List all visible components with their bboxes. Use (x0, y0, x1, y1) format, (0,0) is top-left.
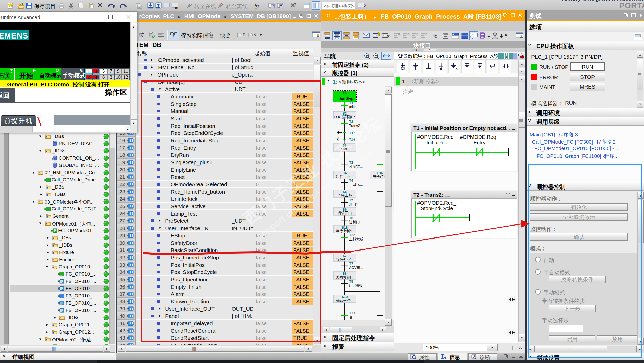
svg-text:#OPMODE.Req_: #OPMODE.Req_ (417, 200, 456, 206)
svg-text:关闭卷帘门: 关闭卷帘门 (336, 275, 354, 279)
svg-text:T8: T8 (349, 279, 353, 283)
svg-text:阻挡、止...: 阻挡、止... (336, 174, 353, 179)
svg-text:开门1: 开门1 (349, 202, 358, 206)
svg-text:Start: Start (341, 147, 349, 151)
svg-text:#OPMODE.Req_: #OPMODE.Req_ (460, 134, 499, 140)
svg-text:T1: T1 (349, 101, 353, 105)
svg-text:#OPMODE.Req_: #OPMODE.Req_ (417, 134, 456, 140)
svg-text:等待AGV...: 等待AGV... (336, 257, 353, 261)
svg-text:上料完成: 上料完成 (349, 237, 363, 241)
svg-text:门已关闭: 门已关闭 (349, 283, 363, 287)
svg-text:InitialPos: InitialPos (426, 140, 447, 145)
svg-text:S1: S1 (343, 91, 347, 94)
svg-text:01: 01 (138, 6, 141, 8)
svg-text:确认是否...: 确认是否... (336, 298, 353, 302)
svg-text:Initial ...: Initial ... (349, 105, 361, 109)
svg-text:M: M (80, 68, 82, 71)
svg-text:EOC循环停止: EOC循环停止 (334, 115, 356, 119)
svg-text:等待上料: 等待上料 (338, 193, 352, 197)
svg-text:?: ? (257, 5, 260, 9)
svg-text:01: 01 (481, 36, 484, 38)
svg-text:AGV离...: AGV离... (349, 266, 363, 270)
svg-text:进料门...: 进料门... (349, 220, 363, 224)
svg-text:T6: T6 (349, 216, 353, 220)
svg-text:否: 否 (349, 315, 353, 319)
svg-text:Entry: Entry (474, 140, 486, 145)
svg-text:RT: RT (175, 6, 178, 9)
svg-text:T2: T2 (349, 120, 353, 124)
svg-text:T22: T22 (349, 233, 355, 237)
svg-text:s: s (456, 67, 458, 71)
svg-text:T4: T4 (349, 178, 353, 182)
svg-text:等待上料中: 等待上料中 (336, 229, 354, 233)
svg-text:Initial Step: Initial Step (336, 96, 353, 101)
svg-text:Trans2: Trans2 (349, 124, 360, 128)
svg-text:StopEndCycle: StopEndCycle (421, 206, 453, 211)
svg-text:T5: T5 (349, 198, 353, 202)
svg-text:请求开门: 请求开门 (338, 211, 352, 215)
svg-text:T23: T23 (349, 311, 355, 315)
svg-text:T7: T7 (349, 261, 353, 266)
svg-text:T3: T3 (349, 160, 353, 165)
svg-text:止回气...: 止回气... (349, 182, 363, 186)
svg-text:T14: T14 (349, 137, 355, 141)
svg-text:T17: T17 (349, 131, 355, 135)
svg-text:检测完...: 检测完... (349, 165, 363, 169)
